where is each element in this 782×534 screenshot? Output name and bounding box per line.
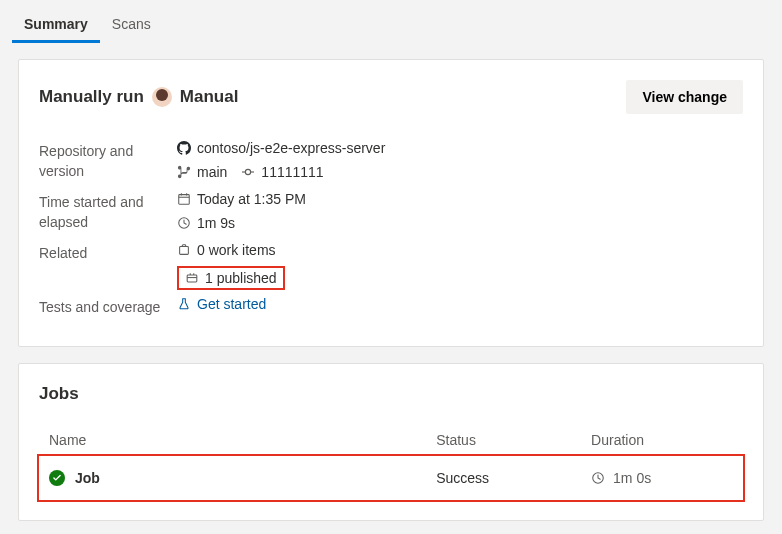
work-items-text: 0 work items (197, 242, 276, 258)
tests-label: Tests and coverage (39, 294, 177, 322)
job-status: Success (426, 456, 581, 500)
jobs-card: Jobs Name Status Duration Job Succes (18, 363, 764, 521)
github-icon (177, 141, 191, 155)
svg-point-0 (246, 169, 251, 174)
view-change-button[interactable]: View change (626, 80, 743, 114)
work-items-link[interactable]: 0 work items (177, 242, 285, 258)
beaker-icon (177, 297, 191, 311)
time-row: Time started and elapsed Today at 1:35 P… (39, 189, 743, 236)
repository-text: contoso/js-e2e-express-server (197, 140, 385, 156)
commit-link[interactable]: 11111111 (241, 164, 323, 180)
branch-text: main (197, 164, 227, 180)
repository-link[interactable]: contoso/js-e2e-express-server (177, 140, 385, 156)
title-prefix: Manually run (39, 87, 144, 107)
clock-icon (591, 471, 605, 485)
summary-card: Manually run Manual View change Reposito… (18, 59, 764, 347)
published-link[interactable]: 1 published (205, 270, 277, 286)
repo-version-row: Repository and version contoso/js-e2e-ex… (39, 138, 743, 185)
tests-link-text: Get started (197, 296, 266, 312)
tab-scans[interactable]: Scans (100, 8, 163, 43)
success-icon (49, 470, 65, 486)
workitem-icon (177, 243, 191, 257)
time-label: Time started and elapsed (39, 189, 177, 236)
col-duration: Duration (581, 424, 743, 456)
calendar-icon (177, 192, 191, 206)
job-name: Job (75, 470, 100, 486)
branch-link[interactable]: main (177, 164, 227, 180)
svg-rect-3 (179, 195, 190, 205)
tabs: Summary Scans (0, 0, 782, 43)
svg-rect-9 (187, 275, 197, 282)
clock-icon (177, 216, 191, 230)
repo-version-label: Repository and version (39, 138, 177, 185)
elapsed-text: 1m 9s (197, 215, 235, 231)
job-duration: 1m 0s (613, 470, 651, 486)
svg-rect-8 (180, 247, 189, 255)
summary-header: Manually run Manual View change (39, 80, 743, 114)
branch-icon (177, 165, 191, 179)
page-title: Manually run Manual (39, 87, 238, 107)
avatar (152, 87, 172, 107)
table-row[interactable]: Job Success 1m 0s (39, 456, 743, 500)
jobs-table: Name Status Duration Job Success (39, 424, 743, 500)
started-at-text: Today at 1:35 PM (197, 191, 306, 207)
related-row: Related 0 work items 1 published (39, 240, 743, 290)
elapsed: 1m 9s (177, 215, 306, 231)
started-at: Today at 1:35 PM (177, 191, 306, 207)
commit-icon (241, 165, 255, 179)
col-status: Status (426, 424, 581, 456)
artifact-icon (185, 271, 199, 285)
related-label: Related (39, 240, 177, 290)
tests-link[interactable]: Get started (177, 296, 266, 312)
commit-text: 11111111 (261, 164, 323, 180)
title-suffix: Manual (180, 87, 239, 107)
jobs-title: Jobs (39, 384, 743, 404)
col-name: Name (39, 424, 426, 456)
tests-row: Tests and coverage Get started (39, 294, 743, 322)
published-highlight: 1 published (177, 266, 285, 290)
tab-summary[interactable]: Summary (12, 8, 100, 43)
